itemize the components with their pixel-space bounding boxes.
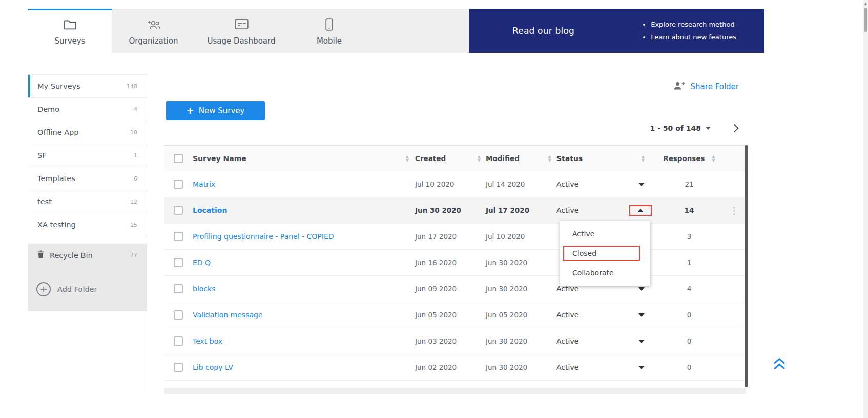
table-horizontal-scrollbar[interactable] [164, 388, 746, 394]
new-survey-label: New Survey [199, 106, 245, 115]
status-dropdown-caret[interactable] [638, 287, 645, 291]
status-dropdown-caret-open[interactable] [637, 209, 644, 212]
table-row: Validation message Jun 05 2020 Jun 05 20… [164, 302, 746, 328]
survey-name-link[interactable]: Matrix [193, 180, 215, 188]
sidebar-folder-offline-app[interactable]: Offline App 10 [28, 121, 147, 144]
folder-count: 4 [134, 106, 137, 113]
sidebar-recycle-bin[interactable]: Recycle Bin 77 [28, 244, 147, 267]
menu-item-active[interactable]: Active [560, 224, 650, 244]
survey-name-link[interactable]: ED Q [193, 258, 211, 267]
sidebar-folder-test[interactable]: test 12 [28, 190, 147, 213]
menu-item-collaborate[interactable]: Collaborate [560, 263, 650, 283]
sidebar-folder-sf[interactable]: SF 1 [28, 144, 147, 167]
next-page-button[interactable] [733, 124, 739, 133]
sidebar-folder-xa-testing[interactable]: XA testing 15 [28, 213, 147, 236]
folder-label: test [37, 197, 52, 206]
row-checkbox[interactable] [174, 310, 183, 320]
survey-name-link[interactable]: blocks [193, 285, 215, 293]
modified-cell: Jun 30 2020 [486, 363, 556, 371]
survey-name-link[interactable]: Validation message [193, 311, 263, 319]
recycle-bin-label: Recycle Bin [50, 251, 93, 260]
sort-icon[interactable] [478, 155, 481, 162]
column-header-responses[interactable]: Responses [656, 154, 722, 163]
banner-bullet: Explore research method [651, 18, 736, 31]
share-folder-button[interactable]: Share Folder [673, 81, 739, 92]
modified-cell: Jun 30 2020 [486, 285, 556, 293]
survey-name-link[interactable]: Text box [193, 337, 222, 345]
row-checkbox[interactable] [174, 284, 183, 293]
folders-sidebar: My Surveys 148 Demo 4 Offline App 10 SF … [28, 74, 147, 395]
survey-name-link[interactable]: Lib copy LV [193, 363, 233, 371]
table-row: Matrix Jul 10 2020 Jul 14 2020 Active 21 [164, 171, 746, 197]
sort-icon[interactable] [712, 155, 715, 162]
mobile-phone-icon [325, 18, 333, 31]
pagination-caret-down-icon[interactable] [706, 127, 711, 130]
tab-mobile[interactable]: Mobile [287, 9, 371, 53]
status-dropdown-caret[interactable] [638, 366, 645, 369]
sort-icon[interactable] [548, 155, 551, 162]
row-checkbox[interactable] [174, 336, 183, 346]
row-checkbox[interactable] [174, 232, 183, 241]
status-cell: Active [556, 180, 656, 188]
tab-usage-dashboard[interactable]: Usage Dashboard [195, 9, 287, 53]
created-cell: Jun 05 2020 [415, 311, 486, 319]
plus-icon: + [187, 106, 194, 115]
add-folder-button[interactable]: + Add Folder [28, 267, 147, 311]
created-cell: Jul 10 2020 [415, 180, 486, 188]
page-scrollbar[interactable]: ▲ [863, 0, 868, 418]
row-checkbox[interactable] [174, 206, 183, 215]
survey-name-link[interactable]: Location [193, 206, 227, 214]
row-checkbox[interactable] [174, 180, 183, 189]
status-dropdown-caret[interactable] [638, 340, 645, 343]
content-area: My Surveys 148 Demo 4 Offline App 10 SF … [28, 74, 764, 395]
sort-icon[interactable] [406, 155, 409, 162]
table-scrollbar[interactable] [745, 145, 748, 387]
created-cell: Jun 02 2020 [415, 363, 486, 371]
sort-icon[interactable] [642, 155, 645, 162]
survey-name-link[interactable]: Profiling questionnaire - Panel - COPIED [193, 232, 334, 241]
folder-count: 10 [130, 129, 137, 136]
menu-item-closed[interactable]: Closed [560, 244, 650, 263]
column-header-created[interactable]: Created [415, 154, 486, 163]
status-dropdown-caret[interactable] [638, 313, 645, 317]
responses-cell: 14 [656, 206, 722, 214]
surveys-table: Survey Name Created Modified Status Resp… [164, 145, 746, 394]
tab-surveys[interactable]: Surveys [28, 9, 112, 53]
select-all-checkbox[interactable] [174, 154, 183, 163]
scrollbar-up-arrow-icon[interactable]: ▲ [863, 2, 868, 6]
pagination-range[interactable]: 1 - 50 of 148 [650, 124, 701, 132]
table-header-row: Survey Name Created Modified Status Resp… [164, 145, 746, 171]
column-header-modified[interactable]: Modified [486, 154, 556, 163]
modified-cell: Jun 05 2020 [486, 311, 556, 319]
status-cell: Active [556, 363, 656, 371]
column-header-status[interactable]: Status [556, 154, 656, 163]
scrollbar-thumb[interactable] [864, 8, 867, 32]
back-to-top-button[interactable] [772, 356, 788, 373]
organization-people-icon [147, 18, 161, 31]
status-dropdown-caret[interactable] [638, 183, 645, 186]
folder-label: XA testing [37, 221, 76, 229]
created-cell: Jun 30 2020 [415, 206, 486, 214]
row-checkbox[interactable] [174, 363, 183, 372]
sidebar-folder-templates[interactable]: Templates 6 [28, 167, 147, 190]
sidebar-spacer [28, 236, 147, 244]
modified-cell: Jun 30 2020 [486, 258, 556, 267]
table-row: Text box Jun 03 2020 Jun 30 2020 Active … [164, 328, 746, 354]
column-header-survey-name[interactable]: Survey Name [193, 154, 415, 163]
row-checkbox[interactable] [174, 258, 183, 267]
sidebar-folder-my-surveys[interactable]: My Surveys 148 [28, 75, 147, 98]
add-folder-plus-icon: + [36, 282, 51, 296]
modified-cell: Jul 14 2020 [486, 180, 556, 188]
row-menu-kebab-icon[interactable]: ⋮ [722, 205, 746, 216]
recycle-bin-count: 77 [130, 252, 137, 258]
created-cell: Jun 09 2020 [415, 285, 486, 293]
new-survey-button[interactable]: + New Survey [166, 101, 265, 120]
responses-cell: 4 [656, 285, 722, 293]
sidebar-folder-demo[interactable]: Demo 4 [28, 98, 147, 121]
responses-cell: 0 [656, 363, 722, 371]
folder-count: 15 [130, 222, 137, 228]
responses-cell: 0 [656, 337, 722, 345]
tab-organization[interactable]: Organization [112, 9, 195, 53]
modified-cell: Jul 10 2020 [486, 232, 556, 241]
blog-banner[interactable]: Read our blog Explore research method Le… [469, 9, 764, 53]
